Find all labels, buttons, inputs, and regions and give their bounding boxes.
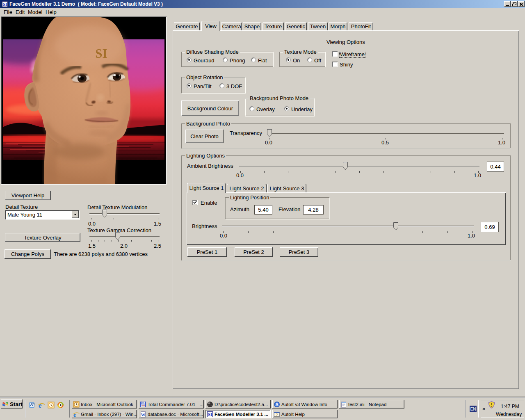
svg-text:e: e — [39, 402, 42, 409]
svg-text:SI: SI — [95, 46, 107, 61]
